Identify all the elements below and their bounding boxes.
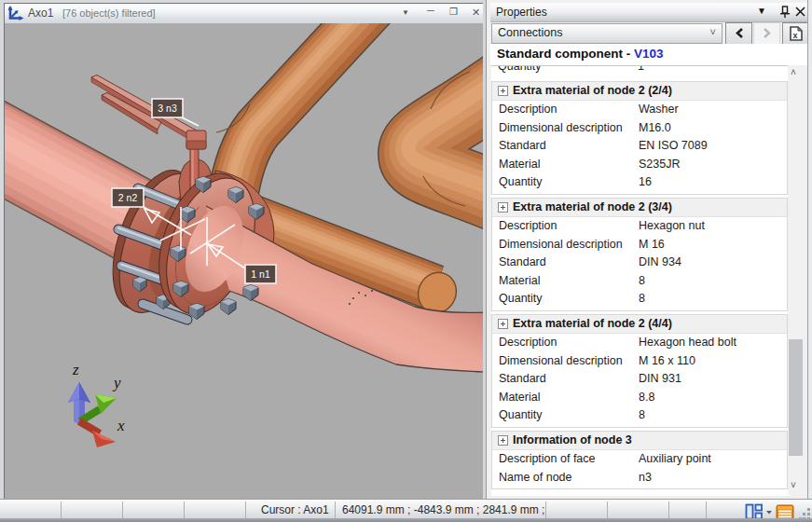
svg-text:z: z	[72, 361, 79, 378]
svg-text:2 n2: 2 n2	[118, 192, 138, 203]
svg-text:3 n3: 3 n3	[158, 103, 177, 114]
svg-text:y: y	[112, 374, 121, 392]
svg-text:x: x	[117, 417, 125, 434]
svg-text:x: x	[793, 31, 798, 40]
svg-text:1 n1: 1 n1	[251, 268, 270, 280]
